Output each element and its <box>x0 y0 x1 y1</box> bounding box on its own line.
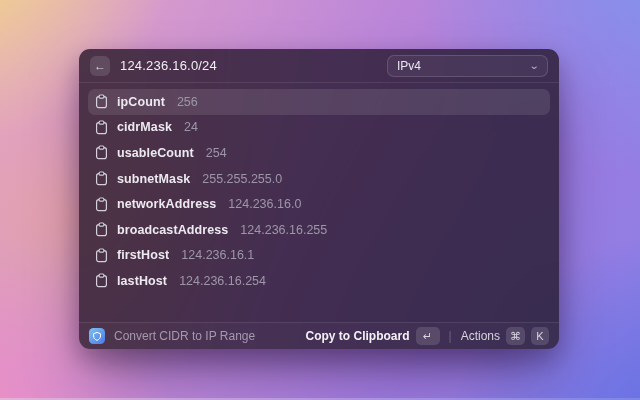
clipboard-icon <box>95 145 108 160</box>
row-value: 124.236.16.254 <box>179 274 266 288</box>
list-item-networkaddress[interactable]: networkAddress 124.236.16.0 <box>88 191 550 217</box>
k-key-badge: K <box>531 327 549 345</box>
clipboard-icon <box>95 171 108 186</box>
clipboard-icon <box>95 222 108 237</box>
row-value: 124.236.16.255 <box>240 223 327 237</box>
clipboard-icon <box>95 120 108 135</box>
row-value: 255.255.255.0 <box>202 172 282 186</box>
row-label: cidrMask <box>117 120 172 134</box>
window-header: ← 124.236.16.0/24 IPv4 ⌄ <box>79 49 559 83</box>
command-name: Convert CIDR to IP Range <box>114 329 255 343</box>
back-button[interactable]: ← <box>90 56 110 76</box>
row-label: ipCount <box>117 95 165 109</box>
list-item-subnetmask[interactable]: subnetMask 255.255.255.0 <box>88 166 550 192</box>
row-label: broadcastAddress <box>117 223 228 237</box>
row-value: 124.236.16.1 <box>181 248 254 262</box>
row-label: lastHost <box>117 274 167 288</box>
list-item-ipcount[interactable]: ipCount 256 <box>88 89 550 115</box>
row-value: 254 <box>206 146 227 160</box>
row-label: networkAddress <box>117 197 216 211</box>
list-item-broadcastaddress[interactable]: broadcastAddress 124.236.16.255 <box>88 217 550 243</box>
row-value: 256 <box>177 95 198 109</box>
clipboard-icon <box>95 273 108 288</box>
row-label: firstHost <box>117 248 169 262</box>
arrow-left-icon: ← <box>94 60 106 72</box>
shield-app-icon <box>89 328 105 344</box>
row-label: subnetMask <box>117 172 190 186</box>
row-value: 24 <box>184 120 198 134</box>
ip-version-dropdown[interactable]: IPv4 ⌄ <box>387 55 548 77</box>
return-key-badge: ↵ <box>416 327 440 345</box>
results-list: ipCount 256 cidrMask 24 usableCount 254 … <box>79 83 559 294</box>
chevron-down-icon: ⌄ <box>528 60 539 71</box>
footer-actions: Copy to Clipboard ↵ | Actions ⌘ K <box>306 327 549 345</box>
row-label: usableCount <box>117 146 194 160</box>
clipboard-icon <box>95 248 108 263</box>
footer-divider: | <box>449 329 452 343</box>
list-item-firsthost[interactable]: firstHost 124.236.16.1 <box>88 243 550 269</box>
copy-to-clipboard-button[interactable]: Copy to Clipboard <box>306 329 410 343</box>
action-bar: Convert CIDR to IP Range Copy to Clipboa… <box>79 322 559 349</box>
query-title: 124.236.16.0/24 <box>120 58 217 73</box>
raycast-window: ← 124.236.16.0/24 IPv4 ⌄ ipCount 256 cid… <box>79 49 559 349</box>
list-item-lasthost[interactable]: lastHost 124.236.16.254 <box>88 268 550 294</box>
clipboard-icon <box>95 94 108 109</box>
dropdown-selected-value: IPv4 <box>397 59 421 73</box>
command-key-badge: ⌘ <box>506 327 525 345</box>
list-item-usablecount[interactable]: usableCount 254 <box>88 140 550 166</box>
list-item-cidrmask[interactable]: cidrMask 24 <box>88 115 550 141</box>
row-value: 124.236.16.0 <box>228 197 301 211</box>
clipboard-icon <box>95 197 108 212</box>
actions-menu-button[interactable]: Actions <box>461 329 500 343</box>
